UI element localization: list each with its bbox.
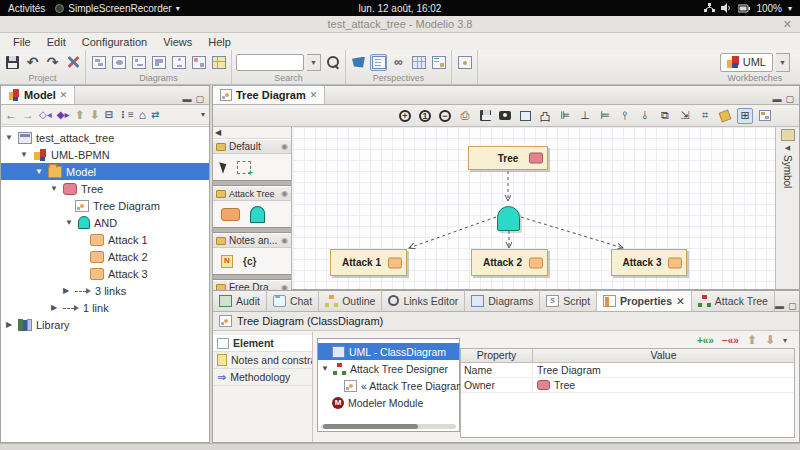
link-with-editor-button[interactable]: ⋮≡ (118, 109, 134, 120)
window-settings-button[interactable] (456, 54, 473, 71)
tab-attack-tree[interactable]: Attack Tree (692, 290, 775, 311)
palette-section-notes[interactable]: Notes an... ◉ (213, 233, 291, 248)
minimize-explorer-button[interactable]: ▬ (182, 94, 191, 104)
workbench-selector[interactable]: UML (720, 53, 773, 72)
window-close-button[interactable]: ✕ (783, 16, 792, 33)
tab-tree-diagram[interactable]: Tree Diagram ✕ (213, 85, 325, 104)
menu-help[interactable]: Help (201, 35, 238, 49)
tree-item-umlbpmn[interactable]: ▼UML-BPMN (1, 146, 209, 163)
move-up-button[interactable]: ⬆ (74, 108, 84, 122)
node-tree[interactable]: Tree (468, 146, 548, 170)
tree-item-library[interactable]: ▶Library (1, 316, 209, 333)
add-stereotype-button[interactable]: +«» (697, 335, 714, 346)
menu-configuration[interactable]: Configuration (75, 35, 154, 49)
maximize-editor-button[interactable]: ▢ (785, 94, 794, 104)
tab-links-editor[interactable]: Links Editor (382, 290, 465, 311)
menu-file[interactable]: File (6, 35, 38, 49)
format-painter-button[interactable] (717, 108, 733, 124)
node-attack-1[interactable]: Attack 1 (330, 249, 407, 276)
tree-item-project[interactable]: ▼test_attack_tree (1, 129, 209, 146)
tab-properties[interactable]: Properties✕ (597, 290, 692, 311)
tree-item-and[interactable]: ▼AND (1, 214, 209, 231)
grid-toggle-button[interactable]: ⊞ (737, 108, 753, 124)
same-size-button[interactable]: ⧉ (657, 108, 673, 124)
note-tool-icon[interactable]: N (221, 255, 233, 268)
node-and-gate[interactable] (497, 206, 520, 231)
configure-button[interactable] (64, 54, 81, 71)
redo-button[interactable]: ↷ (44, 54, 61, 71)
state-diagram-button[interactable] (150, 54, 167, 71)
minimize-editor-button[interactable]: ▬ (772, 94, 781, 104)
module-item-attack-tree-designer[interactable]: ▼Attack Tree Designer (318, 360, 459, 377)
save-button[interactable] (4, 54, 21, 71)
minimize-bottom-button[interactable]: ▬ (775, 301, 784, 311)
collapse-all-button[interactable]: ⊟ (105, 109, 113, 120)
module-item-modeler-module[interactable]: MModeler Module (318, 394, 459, 411)
screenshot-button[interactable] (497, 108, 513, 124)
align-top-button[interactable]: 凸 (537, 108, 553, 124)
tree-item-attack1[interactable]: Attack 1 (1, 231, 209, 248)
sync-tree-button[interactable]: ⇄ (151, 109, 159, 120)
table-perspective-button[interactable] (410, 54, 427, 71)
side-tab-element[interactable]: Element (213, 335, 312, 352)
tab-script[interactable]: Script (540, 290, 597, 311)
menu-views[interactable]: Views (156, 35, 199, 49)
diagram-canvas[interactable]: Tree Attack 1 Attack 2 Attack 3 (293, 127, 775, 289)
move-down-button[interactable]: ⬇ (765, 333, 775, 347)
table-row-owner[interactable]: Owner Tree (461, 378, 794, 393)
activity-diagram-button[interactable] (170, 54, 187, 71)
module-item-attack-tree-diagram[interactable]: « Attack Tree Diagram » (318, 377, 459, 394)
palette-section-default[interactable]: Default ◉ (213, 139, 291, 154)
print-button[interactable]: ⎙ (457, 108, 473, 124)
tab-chat[interactable]: Chat (267, 290, 319, 311)
maximize-explorer-button[interactable]: ▢ (195, 94, 204, 104)
table-row-name[interactable]: Name Tree Diagram (461, 363, 794, 378)
tree-item-attack3[interactable]: Attack 3 (1, 265, 209, 282)
search-input[interactable] (236, 54, 304, 71)
matrix-button[interactable] (210, 54, 227, 71)
system-menu-chevron-icon[interactable]: ▾ (788, 4, 792, 13)
palette-collapse-button[interactable]: ◀ (213, 127, 291, 139)
move-down-button[interactable]: ⬇ (90, 108, 100, 122)
zoom-selection-button[interactable] (517, 108, 533, 124)
attack-node-tool-icon[interactable] (221, 208, 240, 221)
undo-button[interactable]: ↶ (24, 54, 41, 71)
side-tab-methodology[interactable]: ⇒Methodology (213, 369, 312, 386)
node-attack-3[interactable]: Attack 3 (611, 249, 687, 276)
usecase-diagram-button[interactable] (110, 54, 127, 71)
diagram-properties-button[interactable] (757, 108, 773, 124)
model-perspective-button[interactable] (350, 54, 367, 71)
search-button[interactable] (324, 54, 341, 71)
sequence-diagram-button[interactable] (130, 54, 147, 71)
zoom-in-button[interactable]: + (397, 108, 413, 124)
center-horizontal-button[interactable]: ⫰ (637, 108, 653, 124)
menu-edit[interactable]: Edit (40, 35, 73, 49)
hierarchy-perspective-button[interactable] (430, 54, 447, 71)
tree-item-tree[interactable]: ▼Tree (1, 180, 209, 197)
node-attack-2[interactable]: Attack 2 (471, 249, 548, 276)
tab-audit[interactable]: Audit (213, 290, 267, 311)
outline-perspective-button[interactable] (370, 54, 387, 71)
remove-stereotype-button[interactable]: −«» (722, 335, 739, 346)
pin-icon[interactable]: ◉ (281, 142, 288, 151)
marquee-tool-icon[interactable] (237, 161, 251, 174)
workbench-dropdown-button[interactable]: ▼ (776, 53, 790, 72)
align-left-button[interactable]: ⊫ (557, 108, 573, 124)
constraint-tool-icon[interactable]: {c} (243, 256, 256, 267)
frame-button[interactable]: ⌗ (697, 108, 713, 124)
select-tool-icon[interactable] (219, 160, 228, 173)
links-perspective-button[interactable]: ∞ (390, 54, 407, 71)
next-selection-button[interactable]: ◆▸ (57, 109, 70, 120)
expand-arrow-icon[interactable]: ▼ (321, 364, 329, 373)
move-up-button[interactable]: ⬆ (747, 333, 757, 347)
diagram-tab-close-icon[interactable]: ✕ (310, 90, 318, 100)
search-dropdown-button[interactable]: ▼ (307, 54, 321, 71)
pin-icon[interactable]: ◉ (281, 236, 288, 245)
align-bottom-button[interactable]: ⊥ (577, 108, 593, 124)
align-right-button[interactable]: ⊨ (597, 108, 613, 124)
maximize-bottom-button[interactable]: ▢ (788, 301, 797, 311)
home-button[interactable]: ⌂ (139, 108, 146, 122)
bpmn-diagram-button[interactable] (190, 54, 207, 71)
tree-item-1link[interactable]: ▶1 link (1, 299, 209, 316)
model-tab-close-icon[interactable]: ✕ (60, 90, 68, 100)
